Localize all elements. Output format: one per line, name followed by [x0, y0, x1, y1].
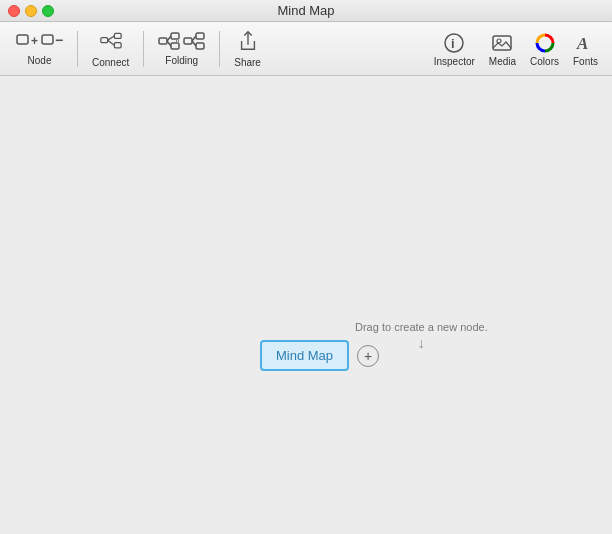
media-label: Media [489, 56, 516, 67]
fonts-label: Fonts [573, 56, 598, 67]
toolbar-group-connect[interactable]: Connect [84, 26, 137, 72]
toolbar-right: i Inspector Media [428, 27, 604, 71]
toolbar-separator-1 [77, 31, 78, 67]
svg-rect-6 [114, 42, 121, 47]
window-title: Mind Map [277, 3, 334, 18]
svg-rect-16 [196, 33, 204, 39]
svg-rect-4 [100, 37, 107, 42]
canvas[interactable]: Drag to create a new node. ↓ Mind Map + [0, 76, 612, 534]
svg-rect-2 [42, 35, 53, 44]
toolbar: + − Node [0, 22, 612, 76]
tooltip-text: Drag to create a new node. [355, 321, 488, 333]
svg-rect-15 [184, 38, 192, 44]
maximize-button[interactable] [42, 5, 54, 17]
svg-text:i: i [451, 36, 455, 51]
title-bar: Mind Map [0, 0, 612, 22]
svg-rect-11 [171, 43, 179, 49]
node-remove-icon[interactable]: − [41, 30, 63, 56]
svg-rect-22 [493, 36, 511, 50]
colors-button[interactable]: Colors [524, 27, 565, 71]
inspector-icon: i [442, 31, 466, 55]
colors-icon [533, 31, 557, 55]
toolbar-left: + − Node [8, 26, 269, 72]
svg-rect-9 [159, 38, 167, 44]
fold-icon[interactable] [158, 30, 180, 56]
svg-text:+: + [31, 34, 38, 48]
toolbar-separator-2 [143, 31, 144, 67]
folding-label: Folding [165, 55, 198, 66]
toolbar-group-node[interactable]: + − Node [8, 28, 71, 70]
unfold-icon[interactable] [183, 30, 205, 56]
svg-text:A: A [576, 34, 588, 53]
node-label: Node [28, 55, 52, 66]
toolbar-group-share[interactable]: Share [226, 26, 269, 72]
toolbar-group-folding[interactable]: Folding [150, 28, 213, 70]
connect-icon [100, 30, 122, 56]
svg-point-23 [497, 39, 501, 43]
mind-map-node-container: Mind Map + [260, 340, 379, 371]
mind-map-node[interactable]: Mind Map [260, 340, 349, 371]
media-icon [490, 31, 514, 55]
connect-label: Connect [92, 57, 129, 68]
colors-label: Colors [530, 56, 559, 67]
close-button[interactable] [8, 5, 20, 17]
share-label: Share [234, 57, 261, 68]
toolbar-separator-3 [219, 31, 220, 67]
media-button[interactable]: Media [483, 27, 522, 71]
node-add-icon[interactable]: + [16, 30, 38, 56]
share-icon [237, 30, 259, 56]
svg-text:−: − [55, 32, 63, 48]
add-child-button[interactable]: + [357, 345, 379, 367]
svg-rect-10 [171, 33, 179, 39]
svg-line-7 [107, 35, 114, 39]
fonts-icon: A [573, 31, 597, 55]
tooltip-arrow-icon: ↓ [418, 335, 425, 351]
svg-rect-5 [114, 33, 121, 38]
inspector-button[interactable]: i Inspector [428, 27, 481, 71]
svg-rect-17 [196, 43, 204, 49]
svg-rect-0 [17, 35, 28, 44]
traffic-lights [8, 5, 54, 17]
svg-line-8 [107, 40, 114, 45]
inspector-label: Inspector [434, 56, 475, 67]
fonts-button[interactable]: A Fonts [567, 27, 604, 71]
minimize-button[interactable] [25, 5, 37, 17]
